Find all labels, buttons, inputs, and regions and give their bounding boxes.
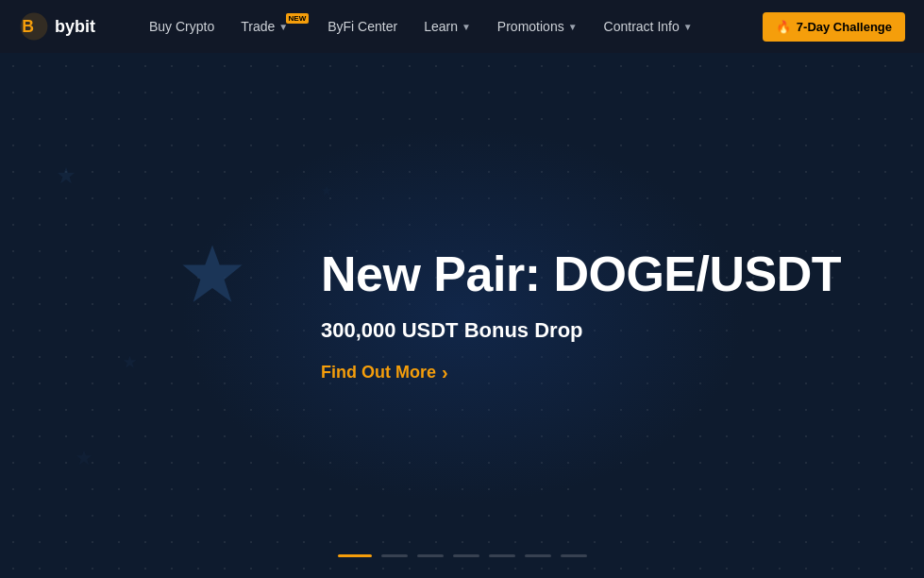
- carousel-dot-5[interactable]: [489, 554, 515, 557]
- svg-marker-6: [322, 186, 332, 196]
- hero-title: New Pair: DOGE/USDT: [321, 247, 841, 301]
- carousel-dots: [338, 554, 587, 557]
- hero-star-sm-3: [321, 185, 332, 196]
- nav-items: Buy Crypto Trade NEW ▼ ByFi Center Learn…: [138, 11, 763, 42]
- carousel-dot-7[interactable]: [561, 554, 587, 557]
- carousel-dot-2[interactable]: [381, 554, 408, 557]
- svg-text:bybit: bybit: [55, 17, 95, 36]
- seven-day-challenge-button[interactable]: 🔥 7-Day Challenge: [763, 12, 905, 42]
- svg-text:B: B: [22, 17, 34, 36]
- fire-icon: 🔥: [776, 20, 791, 34]
- trade-badge-new: NEW: [286, 13, 310, 24]
- cta-label: 7-Day Challenge: [797, 20, 892, 34]
- svg-marker-5: [124, 356, 137, 368]
- carousel-dot-1[interactable]: [338, 554, 372, 557]
- learn-chevron: ▼: [462, 22, 471, 32]
- nav-label-byfi: ByFi Center: [328, 19, 397, 34]
- contract-info-chevron: ▼: [683, 22, 693, 32]
- hero-star-sm-1: [57, 166, 76, 185]
- svg-marker-3: [183, 246, 243, 302]
- nav-label-trade: Trade: [241, 19, 275, 34]
- hero-subtitle: 300,000 USDT Bonus Drop: [321, 318, 841, 343]
- nav-item-trade[interactable]: Trade NEW ▼: [229, 11, 312, 42]
- nav-label-contract-info: Contract Info: [604, 19, 680, 34]
- hero-find-out-more-link[interactable]: Find Out More ›: [321, 362, 841, 383]
- nav-item-byfi[interactable]: ByFi Center: [316, 11, 409, 42]
- hero-link-text: Find Out More: [321, 363, 436, 382]
- nav-item-learn[interactable]: Learn ▼: [412, 11, 482, 42]
- carousel-dot-3[interactable]: [417, 554, 444, 557]
- hero-section: New Pair: DOGE/USDT 300,000 USDT Bonus D…: [0, 53, 924, 578]
- nav-item-buy-crypto[interactable]: Buy Crypto: [138, 11, 226, 42]
- hero-star-large: [179, 242, 245, 308]
- navbar: B bybit Buy Crypto Trade NEW ▼ ByFi Cent…: [0, 0, 924, 53]
- bybit-logo-icon: B: [19, 11, 49, 42]
- hero-link-arrow: ›: [442, 362, 448, 383]
- nav-label-buy-crypto: Buy Crypto: [149, 19, 214, 34]
- hero-content: New Pair: DOGE/USDT 300,000 USDT Bonus D…: [321, 247, 841, 383]
- nav-label-learn: Learn: [424, 19, 458, 34]
- nav-label-promotions: Promotions: [497, 19, 564, 34]
- nav-item-promotions[interactable]: Promotions ▼: [486, 11, 589, 42]
- svg-marker-7: [76, 450, 92, 465]
- hero-star-sm-2: [123, 355, 137, 369]
- carousel-dot-6[interactable]: [525, 554, 551, 557]
- bybit-logo-text: bybit: [55, 15, 111, 38]
- logo[interactable]: B bybit: [19, 11, 111, 42]
- hero-star-sm-4: [76, 450, 92, 467]
- promotions-chevron: ▼: [568, 22, 578, 32]
- nav-item-contract-info[interactable]: Contract Info ▼: [593, 11, 704, 42]
- svg-marker-4: [58, 167, 75, 183]
- carousel-dot-4[interactable]: [453, 554, 479, 557]
